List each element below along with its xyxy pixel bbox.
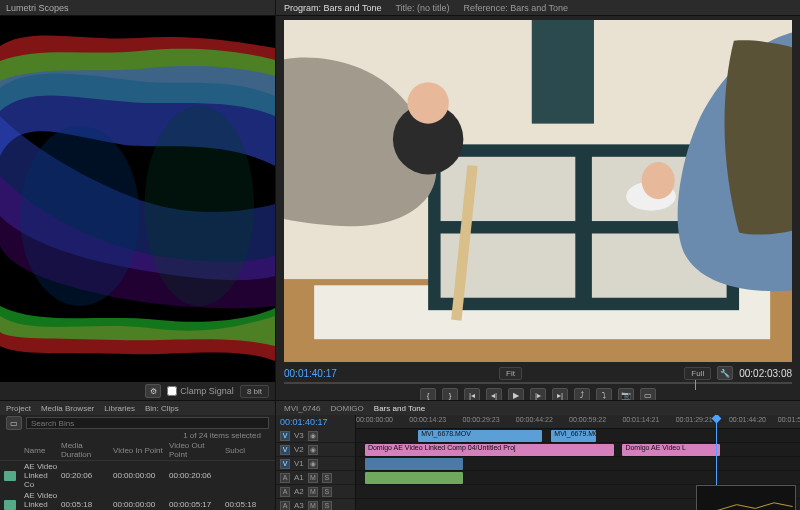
wrench-icon[interactable]: 🔧	[717, 366, 733, 380]
program-tab-bar: Program: Bars and Tone Title: (no title)…	[276, 0, 800, 16]
col-duration[interactable]: Media Duration	[61, 441, 111, 459]
mini-time-ruler[interactable]	[284, 382, 792, 384]
project-panel: Project Media Browser Libraries Bin: Cli…	[0, 400, 276, 510]
reference-tab[interactable]: Reference: Bars and Tone	[464, 3, 568, 13]
project-row[interactable]: AE Video Linked Co 00:05:18 00:00:00:00 …	[0, 490, 275, 510]
scopes-footer: ⚙ Clamp Signal 8 bit	[0, 382, 275, 400]
svg-point-14	[642, 162, 675, 199]
scopes-tab[interactable]: Lumetri Scopes	[6, 3, 69, 13]
track-v1[interactable]	[356, 457, 800, 471]
time-ruler[interactable]: 00:00:00:00 00:00:14:23 00:00:29:23 00:0…	[356, 415, 800, 429]
track-header-a3[interactable]: AA3MS	[276, 499, 355, 510]
clip-audio[interactable]	[365, 472, 463, 484]
col-in[interactable]: Video In Point	[113, 446, 167, 455]
audio-meters	[696, 485, 796, 510]
timeline-tab-bar: MVI_6746 DOMIGO Bars and Tone	[276, 401, 800, 415]
project-columns: Name Media Duration Video In Point Video…	[0, 440, 275, 461]
track-v2[interactable]: Domigo AE Video Linked Comp 04/Untitled …	[356, 443, 800, 457]
svg-rect-7	[441, 157, 576, 221]
timeline-timecode[interactable]: 00:01:40:17	[276, 415, 355, 429]
sequence-tab[interactable]: DOMIGO	[330, 404, 363, 413]
timeline-tracks[interactable]: 00:00:00:00 00:00:14:23 00:00:29:23 00:0…	[356, 415, 800, 510]
clip[interactable]: MVI_6679.MOV	[551, 430, 595, 442]
col-out[interactable]: Video Out Point	[169, 441, 223, 459]
zoom-fit-select[interactable]: Fit	[499, 367, 522, 380]
track-header-v3[interactable]: VV3◉	[276, 429, 355, 443]
svg-rect-16	[532, 20, 594, 124]
track-header-v1[interactable]: VV1◉	[276, 457, 355, 471]
program-tab[interactable]: Program: Bars and Tone	[284, 3, 381, 13]
clip[interactable]: MVI_6678.MOV	[418, 430, 542, 442]
search-input[interactable]	[26, 417, 269, 429]
clamp-signal-toggle[interactable]: Clamp Signal	[167, 386, 234, 396]
title-tab[interactable]: Title: (no title)	[395, 3, 449, 13]
track-header-v2[interactable]: VV2◉	[276, 443, 355, 457]
sequence-tab[interactable]: MVI_6746	[284, 404, 320, 413]
lumetri-scopes-panel: Lumetri Scopes ⚙	[0, 0, 276, 400]
bin-icon[interactable]: ▭	[6, 416, 22, 430]
transport-bar: 00:01:40:17 Fit Full 🔧 00:02:03:08 { } |…	[276, 362, 800, 400]
bit-depth-select[interactable]: 8 bit	[240, 385, 269, 398]
project-tab-bar: Project Media Browser Libraries Bin: Cli…	[0, 401, 275, 415]
track-header-a2[interactable]: AA2MS	[276, 485, 355, 499]
settings-icon[interactable]: ⚙	[145, 384, 161, 398]
waveform-scope	[0, 16, 275, 382]
track-v3[interactable]: MVI_6678.MOV MVI_6679.MOV	[356, 429, 800, 443]
track-headers: 00:01:40:17 VV3◉ VV2◉ VV1◉ AA1MS AA2MS A…	[276, 415, 356, 510]
tab-project[interactable]: Project	[6, 404, 31, 413]
selection-count: 1 of 24 items selected	[0, 431, 275, 440]
tab-bin[interactable]: Bin: Clips	[145, 404, 179, 413]
scopes-tab-bar: Lumetri Scopes	[0, 0, 275, 16]
sequence-duration: 00:02:03:08	[739, 368, 792, 379]
sequence-tab-active[interactable]: Bars and Tone	[374, 404, 425, 413]
clip[interactable]: Domigo AE Video Linked Comp 04/Untitled …	[365, 444, 614, 456]
svg-point-1	[20, 126, 140, 306]
track-header-a1[interactable]: AA1MS	[276, 471, 355, 485]
tab-media-browser[interactable]: Media Browser	[41, 404, 94, 413]
program-viewer[interactable]	[284, 20, 792, 362]
track-a1[interactable]	[356, 471, 800, 485]
col-name[interactable]: Name	[24, 446, 59, 455]
project-row[interactable]: AE Video Linked Co 00:20:06 00:00:00:00 …	[0, 461, 275, 490]
scope-display	[0, 16, 275, 382]
video-frame	[284, 20, 792, 362]
col-sub[interactable]: Subcl	[225, 446, 271, 455]
program-monitor-panel: Program: Bars and Tone Title: (no title)…	[276, 0, 800, 400]
clip-icon	[4, 471, 16, 481]
clip[interactable]	[365, 458, 463, 470]
clip-icon	[4, 500, 16, 510]
clip[interactable]: Domigo AE Video L	[622, 444, 720, 456]
playhead-timecode[interactable]: 00:01:40:17	[284, 368, 337, 379]
svg-point-2	[144, 106, 254, 306]
svg-point-15	[407, 82, 448, 123]
tab-libraries[interactable]: Libraries	[104, 404, 135, 413]
timeline-panel: MVI_6746 DOMIGO Bars and Tone 00:01:40:1…	[276, 400, 800, 510]
playback-quality-select[interactable]: Full	[684, 367, 711, 380]
